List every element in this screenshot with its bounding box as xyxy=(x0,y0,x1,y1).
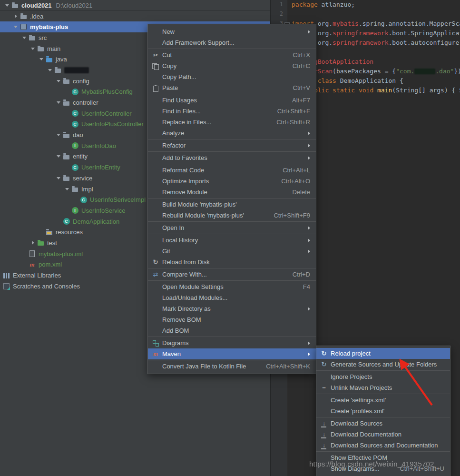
code-token: .dao" xyxy=(435,68,454,75)
menu-item-convert-java-file-to-kotlin-file[interactable]: Convert Java File to Kotlin FileCtrl+Alt… xyxy=(148,361,316,372)
menu-item-create-profiles-xml[interactable]: Create 'profiles.xml' xyxy=(316,406,450,416)
indent-spacer xyxy=(20,261,29,268)
menu-item-rebuild-module-mybatis-plus[interactable]: Rebuild Module 'mybatis-plus'Ctrl+Shift+… xyxy=(148,210,316,221)
tree-item-idea[interactable]: .idea xyxy=(0,11,270,22)
code-line: import org.springframework.boot.SpringAp… xyxy=(292,30,460,39)
code-token: package xyxy=(292,1,318,8)
blank-icon xyxy=(151,294,160,302)
tree-item-label: UserInfoController xyxy=(81,110,132,117)
chevron-down-icon[interactable] xyxy=(54,78,63,85)
menu-shortcut: Ctrl+V xyxy=(293,84,310,91)
chevron-down-icon[interactable] xyxy=(54,131,63,139)
chevron-right-icon[interactable] xyxy=(11,13,20,20)
code-token xyxy=(373,87,377,94)
menu-item-find-usages[interactable]: Find UsagesAlt+F7 xyxy=(148,95,316,106)
tree-item-label: DemoApplication xyxy=(73,218,119,225)
menu-item-compare-with[interactable]: Compare With...Ctrl+D xyxy=(148,269,316,280)
tree-item-cloud2021[interactable]: cloud2021D:\cloud2021 xyxy=(0,0,270,11)
menu-item-label: Find Usages xyxy=(162,97,197,104)
menu-separator xyxy=(148,337,316,337)
chevron-down-icon[interactable] xyxy=(54,99,63,106)
code-token: springframework xyxy=(333,39,388,46)
chevron-right-icon[interactable] xyxy=(29,239,37,247)
menu-item-cut[interactable]: CutCtrl+X xyxy=(148,50,316,60)
blank-icon xyxy=(151,363,160,370)
chevron-down-icon[interactable] xyxy=(3,2,11,9)
indent-spacer xyxy=(63,164,71,171)
menu-item-reload-from-disk[interactable]: Reload from Disk xyxy=(148,257,316,268)
chevron-down-icon[interactable] xyxy=(54,153,63,160)
menu-item-generate-sources-and-update-folders[interactable]: Generate Sources and Update Folders xyxy=(316,359,450,370)
chevron-down-icon[interactable] xyxy=(20,34,29,41)
menu-item-analyze[interactable]: Analyze xyxy=(148,128,316,139)
menu-item-download-documentation[interactable]: Download Documentation xyxy=(316,429,450,440)
menu-item-git[interactable]: Git xyxy=(148,246,316,257)
menu-item-download-sources-and-documentation[interactable]: Download Sources and Documentation xyxy=(316,440,450,451)
menu-item-load-unload-modules[interactable]: Load/Unload Modules... xyxy=(148,292,316,303)
menu-item-add-bom[interactable]: Add BOM xyxy=(148,325,316,336)
menu-item-label: Replace in Files... xyxy=(162,119,211,126)
menu-shortcut: Ctrl+X xyxy=(293,51,310,59)
menu-item-new[interactable]: New xyxy=(148,26,316,37)
interface-icon xyxy=(71,142,78,149)
indent-spacer xyxy=(63,120,71,128)
blank-icon xyxy=(151,327,160,335)
menu-item-refactor[interactable]: Refactor xyxy=(148,140,316,151)
menu-item-mark-directory-as[interactable]: Mark Directory as xyxy=(148,303,316,314)
blank-icon xyxy=(151,201,160,208)
menu-item-copy-path[interactable]: Copy Path... xyxy=(148,71,316,82)
menu-item-open-module-settings[interactable]: Open Module SettingsF4 xyxy=(148,281,316,292)
menu-item-open-in[interactable]: Open In xyxy=(148,222,316,233)
menu-item-download-sources[interactable]: Download Sources xyxy=(316,418,450,429)
chevron-down-icon[interactable] xyxy=(46,67,54,74)
menu-item-copy[interactable]: CopyCtrl+C xyxy=(148,60,316,71)
menu-item-optimize-imports[interactable]: Optimize ImportsCtrl+Alt+O xyxy=(148,176,316,187)
menu-separator xyxy=(148,49,316,49)
menu-shortcut: Ctrl+Shift+R xyxy=(276,119,310,126)
menu-shortcut: Delete xyxy=(292,188,310,196)
menu-item-unlink-maven-projects[interactable]: Unlink Maven Projects xyxy=(316,382,450,393)
class-icon xyxy=(63,218,70,225)
file-icon xyxy=(29,250,36,258)
chevron-down-icon[interactable] xyxy=(54,175,63,182)
menu-item-add-to-favorites[interactable]: Add to Favorites xyxy=(148,152,316,163)
watermark: https://blog.csdn.net/weixin_41935702 xyxy=(309,460,434,468)
menu-item-replace-in-files[interactable]: Replace in Files...Ctrl+Shift+R xyxy=(148,117,316,128)
blank-icon xyxy=(151,305,160,313)
chevron-down-icon[interactable] xyxy=(63,186,71,193)
chevron-down-icon[interactable] xyxy=(11,23,20,30)
menu-item-ignore-projects[interactable]: Ignore Projects xyxy=(316,371,450,382)
menu-item-diagrams[interactable]: Diagrams xyxy=(148,337,316,348)
menu-item-maven[interactable]: Maven xyxy=(148,348,316,359)
menu-item-find-in-files[interactable]: Find in Files...Ctrl+Shift+F xyxy=(148,106,316,117)
folder-icon xyxy=(20,13,27,20)
folder-icon xyxy=(71,186,78,193)
menu-item-paste[interactable]: PasteCtrl+V xyxy=(148,82,316,93)
menu-separator xyxy=(316,417,450,417)
menu-separator xyxy=(148,164,316,164)
menu-item-reformat-code[interactable]: Reformat CodeCtrl+Alt+L xyxy=(148,165,316,176)
menu-item-local-history[interactable]: Local History xyxy=(148,235,316,246)
indent-spacer xyxy=(63,207,71,214)
menu-item-label: Find in Files... xyxy=(162,108,201,115)
tree-item-label: Impl xyxy=(81,186,93,193)
code-token xyxy=(355,87,359,94)
menu-item-add-framework-support[interactable]: Add Framework Support... xyxy=(148,37,316,48)
chevron-down-icon[interactable] xyxy=(29,45,37,52)
tree-item-label: controller xyxy=(73,99,98,106)
code-token: org. xyxy=(314,30,333,37)
menu-item-remove-module[interactable]: Remove ModuleDelete xyxy=(148,187,316,198)
code-token: DemoApplication { xyxy=(336,77,403,84)
indent-spacer xyxy=(20,250,29,258)
gen-icon xyxy=(319,361,329,368)
chevron-down-icon[interactable] xyxy=(37,56,46,63)
code-line: @MapperScan(basePackages = {"com..dao"}) xyxy=(292,68,460,77)
code-token xyxy=(329,87,333,94)
blank-icon xyxy=(319,397,329,404)
menu-item-reload-project[interactable]: Reload project xyxy=(316,348,450,359)
menu-item-remove-bom[interactable]: Remove BOM xyxy=(148,314,316,325)
menu-item-build-module-mybatis-plus[interactable]: Build Module 'mybatis-plus' xyxy=(148,199,316,210)
menu-item-create-settings-xml[interactable]: Create 'settings.xml' xyxy=(316,395,450,406)
submenu-arrow-icon xyxy=(308,238,310,242)
code-token: mybatis xyxy=(333,20,359,27)
